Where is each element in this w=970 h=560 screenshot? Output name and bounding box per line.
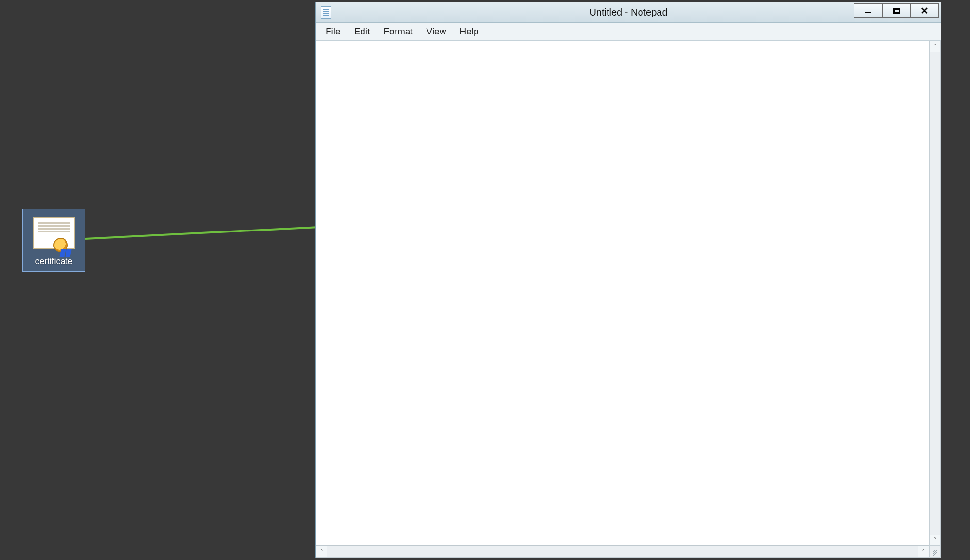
close-icon: ✕ [921, 6, 929, 16]
vertical-scrollbar[interactable]: ˄ ˅ [929, 41, 941, 546]
menu-file[interactable]: File [319, 24, 347, 39]
certificate-icon [33, 217, 75, 249]
desktop-icon-label: certificate [35, 256, 72, 266]
desktop-icon-certificate[interactable]: certificate [22, 209, 85, 272]
notepad-icon [321, 6, 331, 19]
chevron-left-icon: ˂ [320, 548, 323, 555]
notepad-window: Untitled - Notepad ✕ File Edit Format Vi… [315, 2, 941, 558]
chevron-up-icon: ˄ [934, 43, 937, 50]
chevron-down-icon: ˅ [934, 537, 937, 544]
titlebar[interactable]: Untitled - Notepad ✕ [316, 2, 941, 23]
menu-view[interactable]: View [420, 24, 453, 39]
scroll-down-button[interactable]: ˅ [930, 535, 940, 545]
window-controls: ✕ [854, 3, 939, 18]
maximize-icon [893, 8, 900, 14]
scroll-left-button[interactable]: ˂ [316, 546, 327, 557]
annotation-arrow [85, 220, 347, 245]
text-area[interactable] [316, 41, 929, 546]
menu-help[interactable]: Help [453, 24, 485, 39]
horizontal-scrollbar[interactable]: ˂ ˃ [316, 546, 929, 558]
svg-line-0 [85, 226, 338, 239]
close-button[interactable]: ✕ [910, 4, 938, 17]
client-area: ˄ ˅ ˂ ˃ [316, 40, 941, 558]
minimize-button[interactable] [854, 4, 882, 17]
menu-format[interactable]: Format [377, 24, 419, 39]
scroll-up-button[interactable]: ˄ [930, 41, 940, 52]
maximize-button[interactable] [882, 4, 910, 17]
menu-edit[interactable]: Edit [347, 24, 377, 39]
window-title: Untitled - Notepad [316, 7, 941, 18]
menubar: File Edit Format View Help [316, 23, 941, 40]
scroll-right-button[interactable]: ˃ [918, 546, 929, 557]
minimize-icon [865, 12, 871, 13]
chevron-right-icon: ˃ [922, 548, 925, 555]
resize-grip[interactable] [929, 546, 941, 558]
